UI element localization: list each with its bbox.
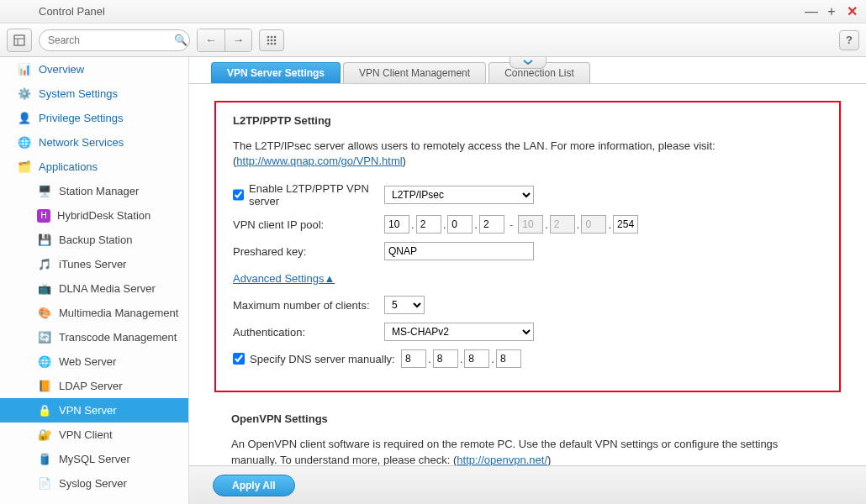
ip-start-2[interactable]: [416, 215, 441, 234]
syslog-icon: 📄: [37, 476, 52, 491]
ip-pool-end: . . .: [518, 215, 638, 234]
overview-icon: 📊: [17, 62, 32, 77]
svg-point-3: [267, 35, 270, 38]
sidebar-item-privilege-settings[interactable]: 👤Privilege Settings: [0, 106, 188, 130]
sidebar-item-mysql[interactable]: 🛢️MySQL Server: [0, 447, 188, 471]
home-grid-button[interactable]: [7, 29, 32, 52]
dns-4[interactable]: [496, 349, 521, 368]
psk-input[interactable]: [384, 242, 534, 260]
sidebar-item-applications[interactable]: 🗂️Applications: [0, 155, 188, 179]
sidebar-item-transcode[interactable]: 🔄Transcode Management: [0, 325, 188, 349]
svg-point-10: [271, 42, 273, 45]
apps-folder-icon: 🗂️: [17, 160, 32, 175]
dns-2[interactable]: [433, 349, 458, 368]
collapse-handle[interactable]: [510, 57, 547, 69]
tab-vpn-server-settings[interactable]: VPN Server Settings: [211, 62, 341, 83]
dns-3[interactable]: [464, 349, 489, 368]
vpn-client-icon: 🔐: [37, 428, 52, 443]
ip-end-2: [550, 215, 575, 234]
sidebar-item-network-services[interactable]: 🌐Network Services: [0, 130, 188, 155]
sidebar-item-web-server[interactable]: 🌐Web Server: [0, 349, 188, 374]
vpn-server-icon: 🔒: [37, 403, 52, 418]
backup-icon: 💾: [37, 233, 52, 248]
help-button[interactable]: ?: [839, 30, 859, 50]
l2tp-title: L2TP/PPTP Setting: [233, 114, 822, 127]
ip-end-3: [581, 215, 606, 234]
sidebar-item-station-manager[interactable]: 🖥️Station Manager: [0, 179, 188, 203]
maximize-button[interactable]: +: [826, 6, 837, 18]
grid-icon: [13, 34, 25, 46]
tab-vpn-client-management[interactable]: VPN Client Management: [343, 62, 486, 83]
tab-bar: VPN Server Settings VPN Client Managemen…: [189, 57, 866, 84]
openvpn-title: OpenVPN Settings: [231, 412, 824, 425]
search-input[interactable]: [48, 34, 174, 46]
sidebar-item-dlna[interactable]: 📺DLNA Media Server: [0, 276, 188, 301]
ip-start-3[interactable]: [447, 215, 473, 234]
sidebar-item-system-settings[interactable]: ⚙️System Settings: [0, 81, 188, 106]
dlna-icon: 📺: [37, 281, 52, 297]
close-button[interactable]: ✕: [846, 6, 858, 18]
globe-icon: 🌐: [17, 135, 32, 150]
transcode-icon: 🔄: [37, 330, 52, 345]
psk-label: Preshared key:: [233, 245, 384, 258]
auth-select[interactable]: MS-CHAPv2: [384, 323, 534, 341]
content-pane: L2TP/PPTP Setting The L2TP/IPsec server …: [189, 84, 866, 465]
dns-1[interactable]: [401, 349, 426, 368]
sidebar-item-vpn-server[interactable]: 🔒VPN Server: [0, 398, 188, 423]
apply-all-button[interactable]: Apply All: [213, 475, 295, 496]
footer-bar: Apply All: [189, 465, 866, 504]
mysql-icon: 🛢️: [37, 452, 52, 467]
multimedia-icon: 🎨: [37, 306, 52, 321]
apps-icon: [267, 35, 277, 45]
max-clients-select[interactable]: 5: [384, 296, 425, 314]
hybriddesk-icon: H: [37, 209, 50, 223]
back-button[interactable]: ←: [198, 29, 224, 51]
sidebar-item-backup-station[interactable]: 💾Backup Station: [0, 228, 188, 252]
ip-start-1[interactable]: [384, 215, 409, 234]
svg-point-7: [271, 39, 273, 41]
minimize-button[interactable]: —: [805, 6, 817, 18]
ip-start-4[interactable]: [479, 215, 504, 234]
l2tp-description: The L2TP/IPsec server allows users to re…: [233, 139, 822, 169]
search-box[interactable]: 🔍: [39, 29, 190, 51]
itunes-icon: 🎵: [37, 257, 52, 272]
sidebar-item-multimedia[interactable]: 🎨Multimedia Management: [0, 301, 188, 325]
l2tp-info-link[interactable]: http://www.qnap.com/go/VPN.html: [236, 155, 402, 167]
sidebar-item-hybriddesk[interactable]: HHybridDesk Station: [0, 203, 188, 228]
web-icon: 🌐: [37, 354, 52, 370]
chevron-down-icon: [522, 59, 534, 66]
auth-label: Authentication:: [233, 326, 384, 339]
enable-l2tp-label[interactable]: Enable L2TP/PPTP VPN server: [233, 182, 384, 207]
svg-point-4: [271, 35, 273, 38]
app-switcher-button[interactable]: [259, 29, 284, 51]
ip-pool-label: VPN client IP pool:: [233, 218, 384, 231]
enable-l2tp-checkbox[interactable]: [233, 189, 244, 201]
sidebar-item-itunes[interactable]: 🎵iTunes Server: [0, 252, 188, 276]
protocol-select[interactable]: L2TP/IPsec: [384, 186, 534, 204]
openvpn-section: OpenVPN Settings An OpenVPN client softw…: [214, 412, 841, 465]
l2tp-section: L2TP/PPTP Setting The L2TP/IPsec server …: [214, 101, 841, 392]
advanced-settings-toggle[interactable]: Advanced Settings▲: [233, 272, 335, 285]
svg-point-6: [267, 39, 270, 41]
search-icon: 🔍: [174, 34, 187, 46]
max-clients-label: Maximum number of clients:: [233, 299, 384, 312]
ip-pool-start: . . .: [384, 215, 504, 234]
station-icon: 🖥️: [37, 184, 52, 199]
ip-end-1: [518, 215, 543, 234]
svg-point-8: [274, 39, 277, 41]
sidebar-item-ldap[interactable]: 📙LDAP Server: [0, 374, 188, 398]
sidebar-item-vpn-client[interactable]: 🔐VPN Client: [0, 423, 188, 447]
sidebar-item-syslog[interactable]: 📄Syslog Server: [0, 471, 188, 496]
openvpn-link[interactable]: http://openvpn.net/: [457, 454, 547, 465]
dns-ip-group: . . .: [401, 349, 521, 368]
toolbar: 🔍 ← → ?: [0, 24, 866, 57]
dns-manual-label[interactable]: Specify DNS server manually:: [233, 353, 401, 365]
ip-end-4[interactable]: [613, 215, 638, 234]
dns-manual-checkbox[interactable]: [233, 353, 245, 365]
titlebar: Control Panel — + ✕: [0, 0, 866, 24]
forward-button[interactable]: →: [224, 29, 251, 51]
svg-point-11: [274, 42, 277, 45]
sidebar-item-overview[interactable]: 📊Overview: [0, 57, 188, 81]
openvpn-description: An OpenVPN client software is required o…: [231, 437, 824, 465]
gear-icon: ⚙️: [17, 87, 32, 102]
